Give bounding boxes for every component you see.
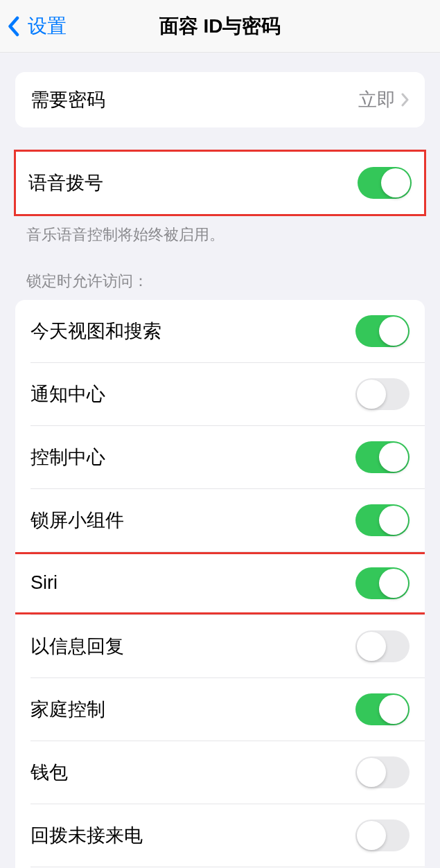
lock-access-toggle[interactable] <box>355 693 410 725</box>
lock-access-cell: 控制中心 <box>15 426 425 488</box>
lock-access-toggle[interactable] <box>355 441 410 473</box>
lock-access-item-label: Siri <box>30 572 58 594</box>
lock-access-cell: 钱包 <box>15 741 425 804</box>
lock-access-item-label: 今天视图和搜索 <box>30 319 161 344</box>
chevron-right-icon <box>401 93 410 107</box>
require-passcode-cell[interactable]: 需要密码 立即 <box>15 72 425 127</box>
page-title: 面容 ID与密码 <box>159 13 281 39</box>
lock-access-cell: 以信息回复 <box>15 615 425 677</box>
require-passcode-label: 需要密码 <box>30 87 105 112</box>
lock-access-item-label: 通知中心 <box>30 382 105 407</box>
lock-access-cell: 今天视图和搜索 <box>15 300 425 362</box>
lock-access-cell: 通知中心 <box>15 363 425 425</box>
lock-access-toggle[interactable] <box>355 630 410 662</box>
lock-access-cell: 回拨未接来电 <box>15 804 425 867</box>
lock-access-toggle[interactable] <box>355 504 410 536</box>
lock-access-item-label: 锁屏小组件 <box>30 508 124 533</box>
lock-access-cell: 家庭控制 <box>15 678 425 741</box>
lock-access-item-label: 钱包 <box>30 760 68 785</box>
voice-dial-highlight: 语音拨号 <box>14 150 426 216</box>
lock-access-toggle[interactable] <box>355 820 410 851</box>
lock-access-toggle[interactable] <box>355 756 410 788</box>
lock-access-header: 锁定时允许访问： <box>0 271 440 300</box>
lock-access-cell: 锁屏小组件 <box>15 489 425 551</box>
lock-access-list: 今天视图和搜索通知中心控制中心锁屏小组件Siri以信息回复家庭控制钱包回拨未接来… <box>15 300 425 868</box>
lock-access-item-label: 控制中心 <box>30 445 105 470</box>
back-button[interactable]: 设置 <box>7 13 67 39</box>
lock-access-toggle[interactable] <box>355 567 410 599</box>
voice-dial-cell: 语音拨号 <box>16 152 424 214</box>
lock-access-cell: Siri <box>15 552 425 614</box>
chevron-left-icon <box>7 16 19 37</box>
back-label: 设置 <box>28 13 67 39</box>
require-passcode-value: 立即 <box>358 87 396 112</box>
voice-dial-footer: 音乐语音控制将始终被启用。 <box>0 216 440 246</box>
navigation-bar: 设置 面容 ID与密码 <box>0 0 440 53</box>
lock-access-item-label: 以信息回复 <box>30 634 124 659</box>
voice-dial-label: 语音拨号 <box>28 170 103 195</box>
lock-access-toggle[interactable] <box>355 378 410 410</box>
voice-dial-toggle[interactable] <box>358 167 412 199</box>
lock-access-toggle[interactable] <box>355 315 410 347</box>
lock-access-item-label: 家庭控制 <box>30 697 105 722</box>
lock-access-item-label: 回拨未接来电 <box>30 823 143 848</box>
